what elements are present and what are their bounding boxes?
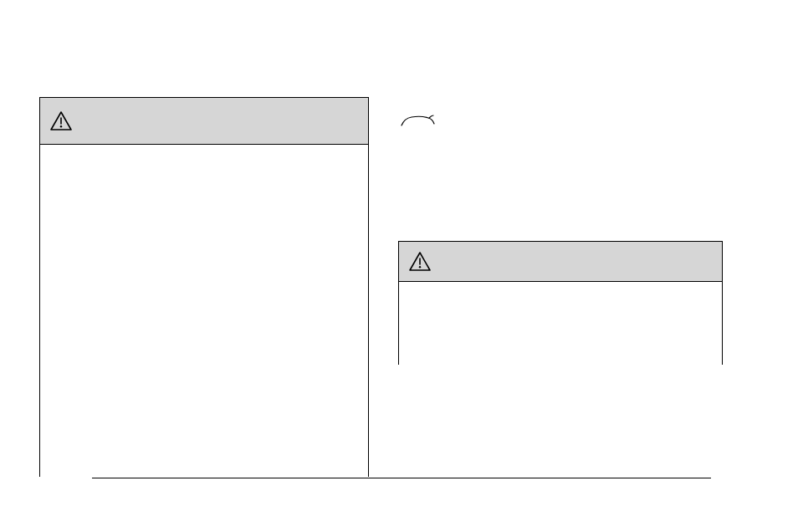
warning-triangle-icon (50, 111, 72, 131)
svg-point-1 (60, 125, 62, 127)
page-footer-rule (92, 478, 711, 478)
callout-body-left (40, 145, 368, 478)
callout-box-right (398, 241, 723, 365)
manual-page (0, 0, 798, 532)
callout-body-right (399, 282, 722, 366)
callout-box-left (39, 97, 369, 477)
callout-header-left (40, 98, 368, 145)
liftgate-icon (400, 114, 435, 130)
svg-point-3 (419, 266, 421, 268)
callout-header-right (399, 242, 722, 282)
warning-triangle-icon (409, 252, 431, 272)
